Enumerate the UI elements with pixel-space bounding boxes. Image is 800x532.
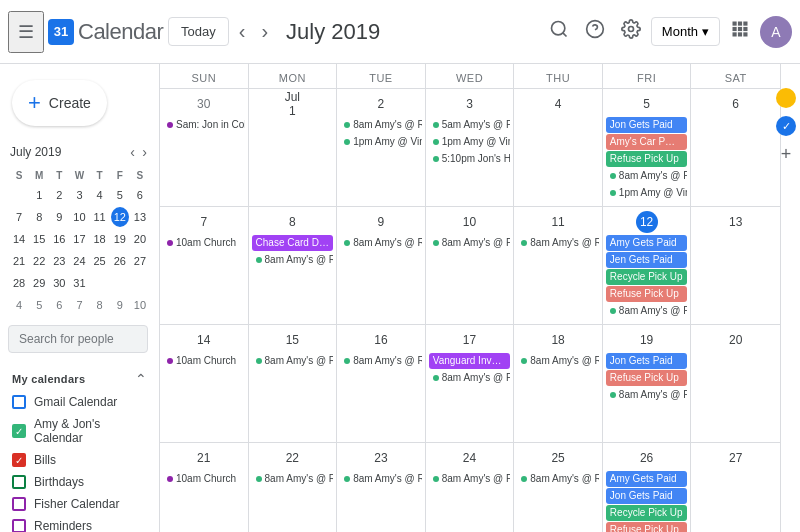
calendar-day[interactable]: 168am Amy's @ RWD [337,325,426,442]
my-calendars-header[interactable]: My calendars ⌃ [0,365,159,391]
calendar-event[interactable]: Amy Gets Paid [606,235,688,251]
mini-day[interactable]: 8 [91,295,109,315]
mini-day[interactable]: 5 [111,185,129,205]
calendar-event[interactable]: Amy's Car Pmt Due [606,134,688,150]
add-icon[interactable]: + [776,144,796,165]
google-apps-button[interactable] [724,13,756,50]
sidebar-item-birthdays[interactable]: Birthdays [0,471,159,493]
calendar-event[interactable]: 8am Amy's @ RWD [517,235,599,251]
mini-day[interactable]: 23 [50,251,68,271]
day-number[interactable]: 30 [193,93,215,115]
mini-day[interactable]: 17 [70,229,88,249]
calendar-day[interactable]: 1410am Church [160,325,249,442]
calendar-event[interactable]: 10am Church [163,471,245,487]
day-number[interactable]: 14 [193,329,215,351]
calendar-event[interactable]: 8am Amy's @ RWD [340,471,422,487]
mini-day[interactable]: 7 [70,295,88,315]
calendar-day[interactable]: 8Chase Card Due Sick8am Amy's @ RWD [249,207,338,324]
calendar-event[interactable]: 1pm Amy @ Vintag [340,134,422,150]
day-number[interactable]: 18 [547,329,569,351]
mini-day[interactable]: 31 [70,273,88,293]
day-number[interactable]: 27 [725,447,747,469]
day-number[interactable]: 9 [370,211,392,233]
yellow-icon[interactable] [776,88,796,108]
next-button[interactable]: › [255,16,274,47]
calendar-event[interactable]: 8am Amy's @ RWD [606,303,688,319]
calendar-day[interactable]: 6 [691,89,780,206]
calendar-day[interactable]: 27 [691,443,780,532]
mini-day[interactable]: 14 [10,229,28,249]
calendar-day[interactable]: 4 [514,89,603,206]
calendar-event[interactable]: Recycle Pick Up [606,505,688,521]
day-number[interactable]: 7 [193,211,215,233]
mini-day[interactable]: 10 [131,295,149,315]
prev-button[interactable]: ‹ [233,16,252,47]
sidebar-item-fisher-calendar[interactable]: Fisher Calendar [0,493,159,515]
search-people-input[interactable]: Search for people [8,325,148,353]
sidebar-item-bills[interactable]: ✓Bills [0,449,159,471]
calendar-event[interactable]: 8am Amy's @ RWD [340,117,422,133]
calendar-event[interactable]: Chase Card Due Sick [252,235,334,251]
mini-day[interactable]: 28 [10,273,28,293]
calendar-event[interactable]: 8am Amy's @ RWD [606,168,688,184]
calendar-day[interactable]: 5Jon Gets PaidAmy's Car Pmt DueRefuse Pi… [603,89,692,206]
calendar-day[interactable]: 2110am Church [160,443,249,532]
calendar-day[interactable]: 20 [691,325,780,442]
create-button[interactable]: + Create [12,80,107,126]
day-number[interactable]: 20 [725,329,747,351]
mini-day[interactable]: 29 [30,273,48,293]
menu-button[interactable]: ☰ [8,11,44,53]
mini-day[interactable]: 7 [10,207,28,227]
calendar-day[interactable]: 12Amy Gets PaidJen Gets PaidRecycle Pick… [603,207,692,324]
calendar-day[interactable]: 188am Amy's @ RWD [514,325,603,442]
mini-day[interactable]: 2 [50,185,68,205]
day-number[interactable]: 13 [725,211,747,233]
day-number[interactable]: 6 [725,93,747,115]
calendar-event[interactable]: Vanguard Investmen [429,353,511,369]
calendar-event[interactable]: 8am Amy's @ RWD [429,370,511,386]
mini-day[interactable]: 24 [70,251,88,271]
calendar-event[interactable]: Jon Gets Paid [606,353,688,369]
mini-day[interactable]: 19 [111,229,129,249]
mini-day[interactable]: 1 [30,185,48,205]
calendar-event[interactable]: 1pm Amy @ Vintap [429,134,511,150]
calendar-event[interactable]: 1pm Amy @ Vintag [606,185,688,201]
calendar-event[interactable]: Jon Gets Paid [606,488,688,504]
day-number[interactable]: 22 [281,447,303,469]
mini-day[interactable]: 27 [131,251,149,271]
day-number[interactable]: 10 [458,211,480,233]
view-selector[interactable]: Month ▾ [651,17,720,46]
sidebar-item-amy-&-jon's-calendar[interactable]: ✓Amy & Jon's Calendar [0,413,159,449]
settings-button[interactable] [615,13,647,50]
mini-day[interactable]: 4 [10,295,28,315]
calendar-event[interactable]: 8am Amy's @ RWD [340,235,422,251]
calendar-event[interactable]: 8am Amy's @ RWD [606,387,688,403]
calendar-event[interactable]: Amy Gets Paid [606,471,688,487]
day-number[interactable]: 17 [458,329,480,351]
mini-day[interactable]: 6 [131,185,149,205]
day-number[interactable]: 12 [636,211,658,233]
day-number[interactable]: 23 [370,447,392,469]
calendar-day[interactable]: 238am Amy's @ RWD [337,443,426,532]
calendar-day[interactable]: 26Amy Gets PaidJon Gets PaidRecycle Pick… [603,443,692,532]
mini-day[interactable]: 15 [30,229,48,249]
calendar-day[interactable]: 17Vanguard Investmen8am Amy's @ RWD [426,325,515,442]
calendar-day[interactable]: 30Sam: Jon in Colorado [160,89,249,206]
calendar-day[interactable]: 158am Amy's @ RWD [249,325,338,442]
help-button[interactable] [579,13,611,50]
day-number[interactable]: Jul 1 [281,93,303,115]
mini-day[interactable]: 9 [50,207,68,227]
mini-day[interactable]: 21 [10,251,28,271]
mini-day[interactable]: 8 [30,207,48,227]
day-number[interactable]: 2 [370,93,392,115]
day-number[interactable]: 5 [636,93,658,115]
mini-day[interactable]: 30 [50,273,68,293]
mini-day[interactable]: 3 [70,185,88,205]
calendar-day[interactable]: 248am Amy's @ RWD [426,443,515,532]
calendar-day[interactable]: 28am Amy's @ RWD1pm Amy @ Vintag [337,89,426,206]
mini-day[interactable]: 25 [91,251,109,271]
calendar-day[interactable]: 228am Amy's @ RWD [249,443,338,532]
sidebar-item-reminders[interactable]: Reminders [0,515,159,532]
calendar-day[interactable]: Jul 1 [249,89,338,206]
calendar-event[interactable]: 10am Church [163,353,245,369]
